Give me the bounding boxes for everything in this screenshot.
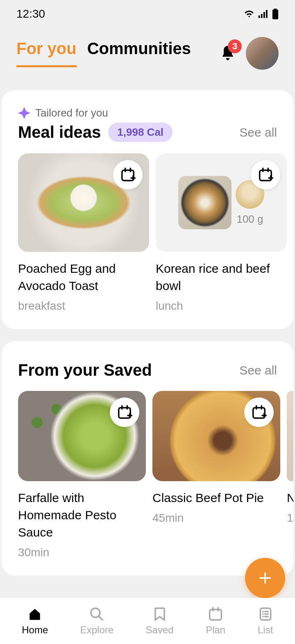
- nav-label: Saved: [146, 624, 174, 636]
- meal-title: Korean rice and beef bowl: [156, 260, 287, 295]
- meal-card[interactable]: 100 g Korean rice and beef bowl lunch: [156, 153, 287, 313]
- add-to-plan-button[interactable]: [110, 397, 139, 427]
- nav-label: Plan: [206, 624, 225, 636]
- list-icon: [258, 606, 273, 622]
- top-tabs: For you Communities: [16, 39, 191, 67]
- tab-for-you[interactable]: For you: [16, 39, 77, 67]
- nav-saved[interactable]: Saved: [146, 606, 174, 636]
- saved-see-all[interactable]: See all: [239, 363, 277, 377]
- saved-item-meta: 45min: [152, 512, 280, 525]
- sparkle-icon: [18, 107, 30, 119]
- svg-rect-1: [261, 14, 263, 18]
- add-to-plan-button[interactable]: [244, 397, 274, 427]
- saved-image: [287, 391, 293, 481]
- meal-ideas-scroll[interactable]: Poached Egg and Avocado Toast breakfast …: [18, 153, 293, 313]
- svg-rect-30: [210, 610, 222, 620]
- meal-image: [18, 153, 149, 252]
- calendar-plus-icon: [120, 167, 136, 183]
- meal-meta: breakfast: [18, 299, 149, 313]
- meal-title: Poached Egg and Avocado Toast: [18, 260, 149, 295]
- status-icons: [243, 9, 279, 19]
- saved-item-title: Farfalle with Homemade Pesto Sauce: [18, 489, 146, 541]
- nav-label: List: [258, 624, 273, 636]
- calendar-plus-icon: [251, 404, 267, 420]
- calendar-icon: [208, 606, 223, 622]
- side-dish-qty: 100 g: [236, 213, 263, 226]
- tailored-tag: Tailored for you: [18, 107, 293, 119]
- meal-ideas-header: Meal ideas 1,998 Cal See all: [18, 123, 293, 142]
- meal-image: 100 g: [156, 153, 287, 252]
- add-to-plan-button[interactable]: [251, 160, 280, 190]
- home-icon: [27, 606, 43, 622]
- meal-ideas-card: Tailored for you Meal ideas 1,998 Cal Se…: [2, 90, 293, 329]
- svg-rect-0: [259, 16, 260, 18]
- notifications-badge: 3: [228, 39, 242, 53]
- profile-avatar[interactable]: [246, 37, 279, 70]
- nav-label: Home: [22, 624, 48, 636]
- svg-rect-4: [274, 9, 277, 9]
- saved-item-title: Nourish bowl: [287, 489, 293, 507]
- nav-explore[interactable]: Explore: [80, 606, 113, 636]
- svg-rect-3: [266, 10, 268, 18]
- meal-ideas-see-all[interactable]: See all: [239, 126, 277, 139]
- svg-rect-11: [260, 170, 272, 180]
- saved-title: From your Saved: [18, 361, 152, 379]
- calendar-plus-icon: [117, 404, 132, 420]
- nav-home[interactable]: Home: [22, 606, 48, 636]
- svg-rect-6: [122, 170, 134, 180]
- calendar-plus-icon: [258, 167, 273, 183]
- dish-thumb: [178, 176, 231, 229]
- saved-item-title: Classic Beef Pot Pie: [152, 489, 280, 507]
- saved-item[interactable]: Classic Beef Pot Pie 45min: [152, 391, 280, 559]
- saved-item-meta: 1h: [287, 512, 293, 525]
- svg-rect-5: [272, 9, 278, 19]
- meal-card[interactable]: Poached Egg and Avocado Toast breakfast: [18, 153, 149, 313]
- add-fab[interactable]: [245, 558, 285, 598]
- bookmark-icon: [152, 606, 168, 622]
- svg-rect-16: [119, 408, 131, 418]
- add-to-plan-button[interactable]: [113, 160, 143, 190]
- saved-item[interactable]: Farfalle with Homemade Pesto Sauce 30min: [18, 391, 146, 559]
- status-time: 12:30: [16, 7, 45, 21]
- saved-scroll[interactable]: Farfalle with Homemade Pesto Sauce 30min…: [18, 391, 293, 559]
- top-actions: 3: [220, 37, 279, 70]
- tailored-label: Tailored for you: [35, 107, 108, 119]
- saved-image: [18, 391, 146, 481]
- nav-label: Explore: [80, 624, 113, 636]
- saved-image: [152, 391, 280, 481]
- calories-badge: 1,998 Cal: [108, 123, 172, 142]
- saved-header: From your Saved See all: [18, 361, 293, 379]
- tab-communities[interactable]: Communities: [87, 39, 191, 65]
- battery-icon: [272, 9, 279, 19]
- meal-ideas-title: Meal ideas: [18, 123, 101, 142]
- bottom-nav: Home Explore Saved Plan List: [0, 598, 295, 644]
- saved-item-meta: 30min: [18, 546, 146, 559]
- meal-meta: lunch: [156, 299, 287, 313]
- signal-icon: [258, 9, 269, 18]
- saved-item[interactable]: Nourish bowl 1h: [287, 391, 293, 559]
- svg-rect-21: [253, 408, 265, 418]
- nav-list[interactable]: List: [258, 606, 273, 636]
- svg-line-29: [99, 616, 103, 620]
- nav-plan[interactable]: Plan: [206, 606, 225, 636]
- notifications-button[interactable]: 3: [220, 44, 236, 62]
- svg-rect-2: [263, 12, 265, 18]
- wifi-icon: [243, 9, 255, 18]
- status-bar: 12:30: [0, 0, 295, 21]
- top-tabs-row: For you Communities 3: [0, 21, 295, 70]
- plus-icon: [258, 571, 272, 585]
- saved-card: From your Saved See all Farfalle with Ho…: [2, 341, 293, 575]
- search-icon: [89, 606, 104, 622]
